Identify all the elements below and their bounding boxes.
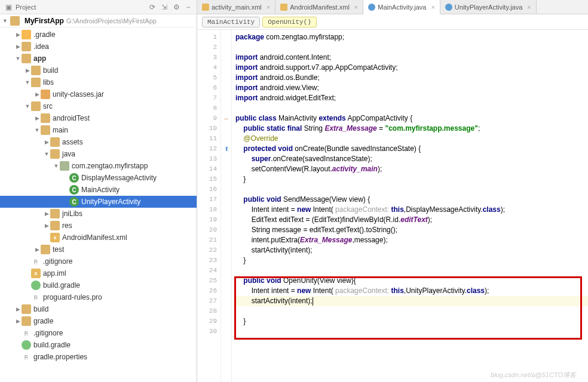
gutter-mark-icon: [221, 316, 231, 326]
code-editor[interactable]: 1234567891011121314151617181920212223242…: [197, 30, 588, 382]
tree-item[interactable]: ▶build: [0, 64, 197, 76]
code-line[interactable]: import android.view.View;: [235, 83, 588, 93]
tree-item[interactable]: ⎘.gitignore: [0, 327, 197, 339]
expand-arrow-icon[interactable]: ▶: [33, 115, 41, 121]
tree-item[interactable]: ▶gradle: [0, 315, 197, 327]
close-tab-icon[interactable]: ×: [354, 4, 358, 11]
code-line[interactable]: @Override: [235, 134, 588, 144]
gear-icon[interactable]: ⚙: [172, 2, 181, 12]
dir-icon: [22, 316, 31, 326]
tree-item[interactable]: build.gradle: [0, 279, 197, 291]
tree-item[interactable]: ⎘gradle.properties: [0, 351, 197, 363]
code-line[interactable]: }: [235, 316, 588, 326]
expand-arrow-icon[interactable]: ▶: [14, 306, 22, 312]
expand-arrow-icon[interactable]: ▶: [33, 247, 41, 252]
code-line[interactable]: public static final String Extra_Message…: [235, 124, 588, 134]
expand-arrow-icon[interactable]: ▼: [24, 103, 31, 109]
tree-item[interactable]: ▶assets: [0, 136, 197, 148]
expand-arrow-icon[interactable]: ▶: [43, 139, 50, 145]
code-line[interactable]: String message = editText.getText().toSt…: [235, 225, 588, 235]
sync-icon[interactable]: ⟳: [148, 2, 157, 12]
collapse-icon[interactable]: ⇲: [160, 2, 169, 12]
code-line[interactable]: [235, 306, 588, 316]
dir-icon: [22, 54, 31, 63]
tree-item[interactable]: ▶build: [0, 303, 197, 315]
tree-item[interactable]: ▶androidTest: [0, 112, 197, 124]
tree-item[interactable]: ▼com.zengtao.myfirstapp: [0, 160, 197, 172]
tree-item[interactable]: CDisplayMessageActivity: [0, 172, 197, 184]
expand-arrow-icon[interactable]: ▼: [53, 163, 60, 169]
code-line[interactable]: EditText editText = (EditText)findViewBy…: [235, 215, 588, 225]
code-line[interactable]: protected void onCreate(Bundle savedInst…: [235, 144, 588, 154]
tree-item[interactable]: ▶jniLibs: [0, 208, 197, 220]
tree-item[interactable]: ▼app: [0, 53, 197, 64]
expand-arrow-icon[interactable]: ▶: [14, 32, 22, 38]
code-line[interactable]: public void OpenUnity(View view){: [235, 276, 588, 286]
code-line[interactable]: public void SendMessage(View view) {: [235, 195, 588, 205]
close-tab-icon[interactable]: ×: [431, 4, 434, 11]
expand-arrow-icon[interactable]: ▶: [43, 211, 50, 217]
code-line[interactable]: }: [235, 255, 588, 266]
code-line[interactable]: super.onCreate(savedInstanceState);: [235, 154, 588, 164]
code-line[interactable]: package com.zengtao.myfirstapp;: [235, 32, 588, 42]
breadcrumb: MainActivityOpenUnity(): [197, 14, 588, 30]
tree-item[interactable]: ▶test: [0, 244, 197, 255]
code-line[interactable]: startActivity(intent);: [235, 296, 588, 306]
line-number: 8: [197, 103, 220, 113]
code-line[interactable]: startActivity(intent);: [235, 245, 588, 255]
code-line[interactable]: }: [235, 174, 588, 184]
tree-item[interactable]: ▶res: [0, 220, 197, 232]
hide-icon[interactable]: −: [183, 2, 193, 12]
code-line[interactable]: import android.os.Bundle;: [235, 73, 588, 83]
expand-arrow-icon[interactable]: ▼: [24, 79, 31, 85]
tree-item[interactable]: CUnityPlayerActivity: [0, 196, 197, 208]
tree-item[interactable]: build.gradle: [0, 339, 197, 351]
expand-icon[interactable]: ▼: [2, 18, 8, 24]
code-line[interactable]: [235, 266, 588, 276]
project-root[interactable]: ▼ MyFirstApp G:\AndroidProjects\MyFirstA…: [0, 14, 197, 27]
code-line[interactable]: Intent intent = new Intent( packageConte…: [235, 286, 588, 296]
tree-item[interactable]: ▼java: [0, 148, 197, 160]
expand-arrow-icon[interactable]: ▶: [24, 67, 31, 73]
expand-arrow-icon[interactable]: ▼: [14, 56, 22, 61]
tree-item[interactable]: ▼src: [0, 100, 197, 112]
expand-arrow-icon[interactable]: ▼: [33, 127, 41, 133]
close-tab-icon[interactable]: ×: [267, 4, 270, 11]
editor-tab[interactable]: activity_main.xml×: [197, 0, 275, 14]
tree-item[interactable]: ▶unity-classes.jar: [0, 88, 197, 100]
code-line[interactable]: setContentView(R.layout.activity_main);: [235, 164, 588, 174]
tree-item[interactable]: ⎘.gitignore: [0, 255, 197, 267]
tree-item[interactable]: ▼main: [0, 124, 197, 136]
tree-item[interactable]: xapp.iml: [0, 267, 197, 279]
tree-item[interactable]: ▼libs: [0, 76, 197, 88]
code-line[interactable]: [235, 42, 588, 53]
expand-arrow-icon[interactable]: ▼: [43, 151, 50, 157]
tree-item[interactable]: xAndroidManifest.xml: [0, 232, 197, 244]
code-line[interactable]: [235, 184, 588, 195]
code-line[interactable]: intent.putExtra(Extra_Message,message);: [235, 235, 588, 245]
code-line[interactable]: import android.widget.EditText;: [235, 93, 588, 103]
close-tab-icon[interactable]: ×: [527, 4, 531, 11]
expand-arrow-icon[interactable]: ▶: [14, 318, 22, 324]
project-tree[interactable]: ▶.gradle▶.idea▼app▶build▼libs▶unity-clas…: [0, 27, 197, 382]
editor-tab[interactable]: UnityPlayerActivity.java×: [440, 0, 537, 14]
tree-item[interactable]: ▶.gradle: [0, 29, 197, 41]
tree-item[interactable]: ▶.idea: [0, 41, 197, 53]
code-line[interactable]: import android.content.Intent;: [235, 53, 588, 63]
code-line[interactable]: [235, 103, 588, 113]
code-line[interactable]: import android.support.v7.app.AppCompatA…: [235, 63, 588, 73]
code-line[interactable]: public class MainActivity extends AppCom…: [235, 113, 588, 124]
expand-arrow-icon[interactable]: ▶: [43, 223, 50, 229]
tree-item[interactable]: ⎘proguard-rules.pro: [0, 291, 197, 303]
expand-arrow-icon[interactable]: ▶: [14, 44, 22, 50]
code-area[interactable]: package com.zengtao.myfirstapp;import an…: [232, 30, 588, 382]
tree-item[interactable]: CMainActivity: [0, 184, 197, 196]
code-line[interactable]: Intent intent = new Intent( packageConte…: [235, 205, 588, 215]
breadcrumb-chip[interactable]: OpenUnity(): [262, 17, 317, 27]
expand-arrow-icon[interactable]: ▶: [33, 91, 41, 97]
code-line[interactable]: [235, 326, 588, 337]
editor-tab[interactable]: AndroidManifest.xml×: [275, 0, 363, 14]
editor-tab[interactable]: MainActivity.java×: [363, 0, 440, 14]
breadcrumb-chip[interactable]: MainActivity: [202, 17, 260, 27]
tree-item-label: app.iml: [43, 269, 66, 278]
